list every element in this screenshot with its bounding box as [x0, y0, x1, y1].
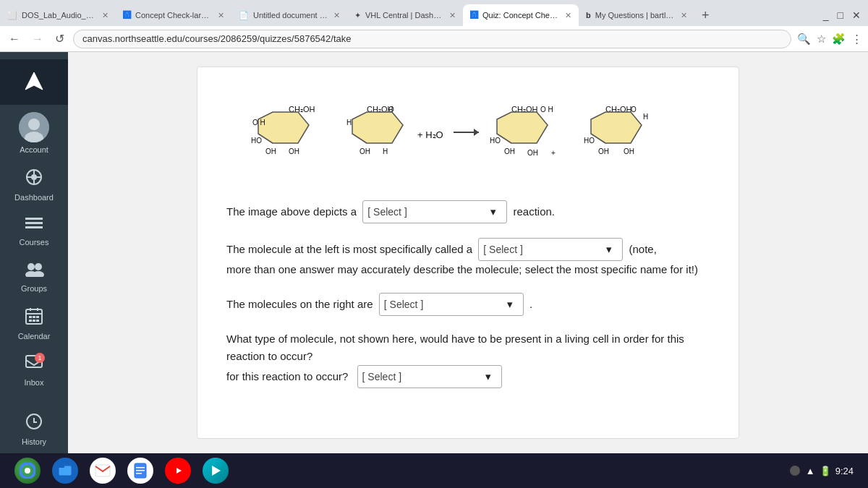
taskbar-right: ▲ 🔋 9:24	[790, 466, 854, 476]
svg-rect-12	[25, 222, 43, 224]
q1-text-before: The image above depicts a	[226, 205, 357, 218]
sidebar-item-calendar[interactable]: Calendar	[0, 300, 68, 348]
search-icon: 🔍	[797, 33, 811, 46]
svg-text:+ H₂O: + H₂O	[417, 129, 443, 140]
svg-text:OH: OH	[624, 147, 634, 155]
svg-text:OH: OH	[527, 149, 538, 157]
q2-select[interactable]: [ Select ] maltose glucose monosaccharid…	[483, 244, 606, 255]
molecule-svg: CH₂OH O H HO OH OH CH₂OH O OH	[229, 89, 707, 183]
sidebar-item-dashboard[interactable]: Dashboard	[0, 161, 68, 209]
addr-icons: 🔍 ☆ 🧩 ⋮	[797, 33, 862, 46]
svg-text:HO: HO	[584, 137, 595, 145]
svg-point-3	[28, 119, 40, 130]
sidebar-inbox-label: Inbox	[25, 378, 44, 387]
close-button[interactable]: ✕	[852, 9, 861, 21]
svg-text:H: H	[383, 147, 388, 155]
svg-rect-22	[29, 316, 32, 318]
tab-close-untitled[interactable]: ✕	[333, 11, 340, 20]
content-area: CH₂OH O H HO OH OH CH₂OH O OH	[68, 52, 868, 453]
taskbar-youtube[interactable]	[165, 458, 191, 484]
minimize-button[interactable]: _	[823, 9, 829, 21]
q4-select-container[interactable]: [ Select ] enzyme water ATP ▾	[357, 365, 502, 388]
tab-bartleby[interactable]: b My Questions | bartleby ✕	[579, 4, 694, 26]
sidebar: Account Dashboard	[0, 52, 68, 453]
sidebar-item-label: Account	[20, 145, 48, 154]
groups-icon	[24, 261, 44, 281]
taskbar-chrome[interactable]	[14, 458, 41, 484]
svg-marker-31	[258, 112, 309, 143]
sidebar-item-groups[interactable]: Groups	[0, 254, 68, 300]
forward-button[interactable]: →	[29, 31, 46, 47]
clock: 9:24	[835, 466, 854, 476]
svg-rect-13	[25, 226, 43, 228]
q3-text-after: .	[529, 298, 532, 310]
reload-button[interactable]: ↺	[52, 30, 67, 47]
address-input[interactable]	[73, 30, 791, 48]
svg-marker-56	[591, 112, 642, 143]
q4-select[interactable]: [ Select ] enzyme water ATP	[362, 371, 485, 382]
taskbar-dot	[790, 466, 800, 476]
address-bar-row: ← → ↺ 🔍 ☆ 🧩 ⋮	[0, 26, 868, 52]
taskbar-play[interactable]	[203, 458, 229, 484]
tab-dos[interactable]: ⬜ DOS_Lab_Audio_Script ✕	[0, 4, 116, 26]
sidebar-item-account[interactable]: Account	[0, 105, 68, 161]
maximize-button[interactable]: □	[838, 9, 843, 21]
sidebar-dashboard-label: Dashboard	[14, 193, 54, 202]
svg-text:OH: OH	[265, 147, 276, 155]
tab-concept[interactable]: 🅰 Concept Check-large b ✕	[116, 4, 231, 26]
menu-icon[interactable]: ⋮	[851, 33, 862, 46]
svg-marker-48	[497, 112, 548, 143]
calendar-icon	[25, 307, 43, 329]
main-layout: Account Dashboard	[0, 52, 868, 453]
bookmark-icon[interactable]: ☆	[817, 33, 826, 46]
tab-vhl[interactable]: ✦ VHL Central | Dashboa ✕	[347, 4, 463, 26]
svg-rect-24	[36, 316, 39, 318]
svg-text:OH: OH	[504, 147, 515, 155]
taskbar-gmail[interactable]	[90, 458, 116, 484]
extensions-icon[interactable]: 🧩	[832, 33, 846, 46]
q4-dropdown-arrow: ▾	[485, 368, 491, 385]
svg-rect-23	[33, 316, 35, 318]
tab-quiz[interactable]: 🅰 Quiz: Concept Check-la ✕	[463, 4, 579, 26]
tab-untitled[interactable]: 📄 Untitled document - Go ✕	[231, 4, 347, 26]
tab-close-bartleby[interactable]: ✕	[681, 11, 687, 20]
svg-text:HO: HO	[490, 137, 501, 145]
svg-rect-69	[136, 473, 142, 474]
svg-text:H: H	[643, 113, 648, 121]
q2-text-note-intro: (note,	[629, 243, 657, 255]
q1-select-container[interactable]: [ Select ] hydrolysis condensation dehyd…	[362, 200, 507, 223]
taskbar: ▲ 🔋 9:24	[0, 453, 868, 488]
q2-text-before: The molecule at the left is most specifi…	[226, 243, 472, 255]
question-2: The molecule at the left is most specifi…	[226, 238, 710, 278]
sidebar-history-label: History	[22, 437, 46, 446]
svg-text:OH: OH	[598, 147, 609, 155]
taskbar-docs[interactable]	[127, 458, 153, 484]
courses-icon	[25, 216, 43, 235]
question-1: The image above depicts a [ Select ] hyd…	[226, 200, 710, 223]
sidebar-item-courses[interactable]: Courses	[0, 209, 68, 254]
svg-point-61	[25, 468, 30, 474]
svg-text:O H: O H	[540, 106, 553, 114]
svg-rect-11	[25, 218, 43, 220]
sidebar-logo-area	[0, 59, 68, 105]
svg-rect-68	[136, 470, 145, 471]
tab-close-quiz[interactable]: ✕	[565, 11, 571, 20]
svg-rect-26	[33, 320, 35, 322]
tab-close-concept[interactable]: ✕	[218, 11, 224, 20]
question-3: The molecules on the right are [ Select …	[226, 293, 710, 316]
sidebar-item-history[interactable]: History	[0, 406, 68, 453]
q3-select-container[interactable]: [ Select ] monosaccharides disaccharides…	[379, 293, 524, 316]
q4-text-before: What type of molecule, not shown here, w…	[226, 333, 684, 362]
q3-select[interactable]: [ Select ] monosaccharides disaccharides…	[384, 299, 507, 310]
back-button[interactable]: ←	[6, 31, 23, 47]
q2-dropdown-arrow: ▾	[606, 241, 612, 258]
history-icon	[25, 413, 43, 435]
q3-text-before: The molecules on the right are	[226, 298, 373, 310]
sidebar-item-inbox[interactable]: 1 Inbox	[0, 348, 68, 394]
q1-select[interactable]: [ Select ] hydrolysis condensation dehyd…	[367, 206, 490, 218]
tab-close-vhl[interactable]: ✕	[449, 11, 456, 20]
taskbar-files[interactable]	[52, 458, 78, 484]
new-tab-button[interactable]: +	[697, 8, 714, 23]
tab-close-dos[interactable]: ✕	[102, 11, 109, 20]
q2-select-container[interactable]: [ Select ] maltose glucose monosaccharid…	[478, 238, 623, 261]
